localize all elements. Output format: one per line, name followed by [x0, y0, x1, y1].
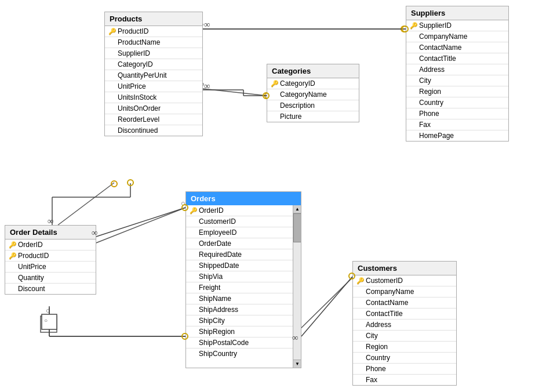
field-label: UnitPrice: [118, 82, 146, 90]
field-label: Address: [419, 66, 445, 74]
field-label: Discount: [18, 285, 45, 293]
customers-header: Customers: [353, 262, 456, 275]
table-row: ShippedDate: [186, 260, 293, 271]
svg-text:○: ○: [181, 199, 185, 208]
field-label: ShipPostalCode: [199, 339, 249, 347]
svg-point-7: [111, 181, 117, 187]
table-row: Discontinued: [105, 125, 202, 136]
table-row: Country: [406, 97, 508, 108]
table-row: ContactTitle: [353, 308, 456, 320]
table-row: ContactTitle: [406, 53, 508, 64]
table-row: City: [353, 331, 456, 342]
diagram-canvas: ∞ ∞ ∞ ○ ○ ∞ ∞ Products 🔑 ProductID: [0, 0, 535, 392]
field-label: ContactTitle: [366, 310, 403, 318]
field-label: OrderID: [199, 206, 224, 215]
scroll-down-button[interactable]: ▼: [293, 360, 301, 368]
field-label: OrderID: [18, 241, 43, 249]
field-label: ShipVia: [199, 273, 223, 281]
table-products[interactable]: Products 🔑 ProductID ProductName Supplie…: [104, 12, 203, 136]
table-row: Country: [353, 353, 456, 364]
field-label: Country: [366, 354, 390, 362]
svg-line-37: [301, 277, 352, 336]
field-label: Region: [366, 343, 388, 351]
field-label: QuantityPerUnit: [118, 71, 167, 79]
field-label: ShipRegion: [199, 328, 235, 336]
field-label: Address: [366, 321, 391, 329]
field-label: CompanyName: [419, 32, 467, 41]
svg-text:∞: ∞: [204, 20, 210, 29]
svg-text:○: ○: [46, 306, 50, 315]
field-label: Picture: [280, 112, 301, 121]
table-row: Region: [406, 86, 508, 97]
svg-text:○: ○: [44, 317, 48, 324]
table-orders[interactable]: Orders 🔑 OrderID CustomerID EmployeeID O…: [185, 191, 301, 368]
table-row: Address: [353, 320, 456, 331]
table-row: ShipPostalCode: [186, 337, 293, 349]
field-label: HomePage: [419, 132, 454, 140]
field-label: ReorderLevel: [118, 115, 159, 124]
table-row: UnitPrice: [5, 262, 96, 273]
table-row: 🔑 CategoryID: [267, 78, 359, 89]
field-label: RequiredDate: [199, 251, 242, 259]
table-row: ShipName: [186, 293, 293, 304]
svg-text:∞: ∞: [48, 216, 54, 226]
field-label: ProductName: [118, 38, 160, 46]
table-row: 🔑 SupplierID: [406, 20, 508, 31]
field-label: City: [366, 332, 378, 340]
field-label: CategoryName: [280, 90, 327, 99]
table-order-details[interactable]: Order Details 🔑 OrderID 🔑 ProductID Unit…: [5, 225, 96, 295]
field-label: CustomerID: [366, 277, 403, 285]
table-row: Region: [353, 342, 456, 353]
svg-line-16: [293, 271, 359, 336]
table-row: ShipVia: [186, 271, 293, 282]
table-row: RequiredDate: [186, 249, 293, 260]
svg-rect-34: [42, 314, 57, 329]
table-row: Freight: [186, 282, 293, 293]
table-row: Address: [406, 64, 508, 75]
field-label: Freight: [199, 284, 220, 292]
table-row: 🔑 OrderID: [5, 239, 96, 251]
field-label: ShipCountry: [199, 350, 237, 358]
field-label: ProductID: [18, 252, 49, 260]
field-label: UnitsInStock: [118, 93, 157, 101]
table-customers[interactable]: Customers 🔑 CustomerID CompanyName Conta…: [352, 261, 457, 386]
key-icon: 🔑: [9, 241, 17, 249]
field-label: Description: [280, 101, 315, 110]
field-label: ShipName: [199, 295, 231, 303]
categories-header: Categories: [267, 64, 359, 78]
field-label: Region: [419, 88, 441, 96]
table-row: ShipCountry: [186, 349, 293, 359]
table-row: ShipCity: [186, 315, 293, 326]
suppliers-header: Suppliers: [406, 6, 508, 20]
field-label: UnitPrice: [18, 263, 46, 271]
field-label: SupplierID: [118, 49, 150, 57]
table-row: Picture: [267, 111, 359, 122]
table-row: CustomerID: [186, 216, 293, 227]
field-label: ContactName: [419, 43, 461, 52]
key-icon: 🔑: [9, 252, 17, 260]
table-row: QuantityPerUnit: [105, 70, 202, 81]
table-row: SupplierID: [105, 48, 202, 59]
table-row: UnitsOnOrder: [105, 103, 202, 114]
scroll-thumb[interactable]: [293, 213, 301, 242]
table-row: ProductName: [105, 37, 202, 48]
table-row: EmployeeID: [186, 227, 293, 238]
field-label: ContactTitle: [419, 55, 456, 63]
field-label: Quantity: [18, 274, 44, 282]
scroll-up-button[interactable]: ▲: [293, 205, 301, 213]
products-header: Products: [105, 12, 202, 26]
svg-line-13: [94, 208, 185, 244]
table-row: ShipAddress: [186, 304, 293, 315]
field-label: Phone: [366, 365, 386, 373]
orders-scrollbar[interactable]: ▲ ▼: [293, 205, 301, 368]
table-suppliers[interactable]: Suppliers 🔑 SupplierID CompanyName Conta…: [406, 6, 509, 141]
key-icon: 🔑: [356, 277, 365, 285]
orders-header: Orders: [186, 192, 301, 205]
field-label: Phone: [419, 110, 439, 118]
table-categories[interactable]: Categories 🔑 CategoryID CategoryName Des…: [267, 64, 359, 122]
order-details-header: Order Details: [5, 226, 96, 239]
key-icon: 🔑: [190, 207, 198, 215]
svg-point-30: [128, 180, 133, 186]
table-row: CategoryID: [105, 59, 202, 70]
table-row: 🔑 ProductID: [5, 251, 96, 262]
